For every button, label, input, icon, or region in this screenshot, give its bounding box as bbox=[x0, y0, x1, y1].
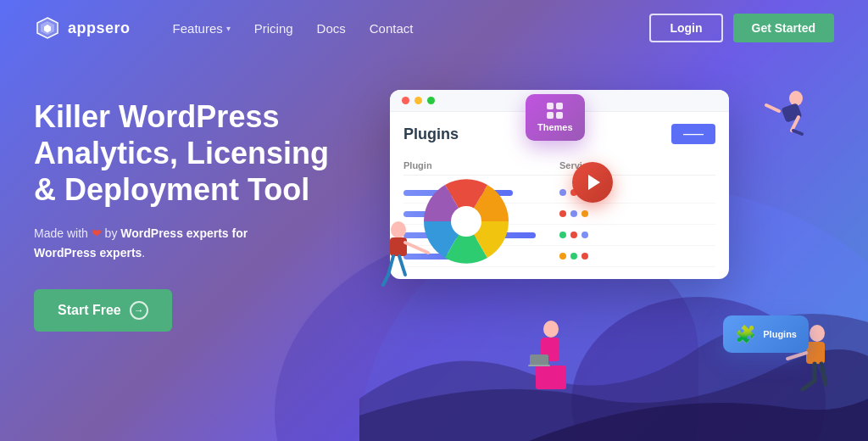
svg-rect-18 bbox=[536, 366, 566, 389]
svg-point-4 bbox=[451, 206, 481, 237]
color-wheel bbox=[420, 175, 513, 268]
svg-line-23 bbox=[787, 353, 806, 359]
logo[interactable]: appsero bbox=[34, 14, 131, 42]
themes-label: Themes bbox=[537, 122, 573, 132]
svg-rect-22 bbox=[806, 342, 825, 364]
svg-line-14 bbox=[383, 275, 388, 285]
svg-line-15 bbox=[399, 256, 405, 275]
nav-buttons: Login Get Started bbox=[649, 14, 834, 42]
svg-point-21 bbox=[810, 325, 825, 342]
service-dot bbox=[559, 253, 566, 260]
svg-point-5 bbox=[789, 91, 803, 106]
hero-title: Killer WordPressAnalytics, Licensing& De… bbox=[34, 98, 356, 209]
nav-links: Features ▾ Pricing Docs Contact bbox=[173, 21, 650, 36]
svg-rect-6 bbox=[782, 103, 803, 123]
svg-rect-19 bbox=[530, 354, 548, 366]
play-icon bbox=[588, 175, 600, 190]
chevron-down-icon: ▾ bbox=[226, 24, 231, 33]
service-dots bbox=[559, 232, 715, 238]
service-dot bbox=[559, 210, 566, 217]
logo-icon bbox=[34, 14, 61, 42]
logo-text: appsero bbox=[68, 20, 131, 37]
hero-subtitle: Made with ❤ by WordPress experts forWord… bbox=[34, 224, 356, 265]
themes-badge: Themes bbox=[526, 94, 585, 141]
login-button[interactable]: Login bbox=[649, 14, 722, 42]
svg-line-26 bbox=[821, 364, 826, 384]
nav-docs[interactable]: Docs bbox=[317, 21, 346, 36]
svg-line-25 bbox=[803, 381, 815, 389]
figure-flying bbox=[749, 81, 817, 141]
card-title: Plugins bbox=[403, 126, 459, 143]
svg-point-10 bbox=[391, 221, 406, 238]
service-dots bbox=[559, 210, 715, 217]
plugins-badge: 🧩 Plugins bbox=[723, 315, 809, 353]
navbar: appsero Features ▾ Pricing Docs Contact … bbox=[0, 0, 868, 56]
service-dot bbox=[570, 232, 577, 238]
nav-pricing[interactable]: Pricing bbox=[254, 21, 293, 36]
service-dots bbox=[559, 253, 715, 260]
arrow-circle-icon: → bbox=[130, 301, 148, 320]
service-dot bbox=[570, 253, 577, 260]
play-button[interactable] bbox=[572, 162, 613, 203]
svg-rect-20 bbox=[528, 365, 550, 366]
hero-illustration: Themes Plugins —— Plugin Services bbox=[356, 81, 834, 421]
dot-yellow bbox=[415, 97, 422, 104]
svg-rect-11 bbox=[390, 237, 407, 256]
hero-left: Killer WordPressAnalytics, Licensing& De… bbox=[34, 81, 356, 332]
svg-line-9 bbox=[793, 131, 802, 134]
puzzle-icon: 🧩 bbox=[735, 324, 756, 344]
service-dot bbox=[581, 232, 588, 238]
dot-green bbox=[427, 97, 435, 104]
col-plugin: Plugin bbox=[403, 160, 559, 170]
hero-section: Killer WordPressAnalytics, Licensing& De… bbox=[0, 56, 868, 421]
nav-features[interactable]: Features ▾ bbox=[173, 21, 231, 36]
svg-line-7 bbox=[766, 105, 779, 111]
service-dot bbox=[581, 253, 588, 260]
svg-point-16 bbox=[543, 321, 559, 338]
themes-grid-icon bbox=[547, 103, 563, 119]
service-dot bbox=[581, 210, 588, 217]
service-dot bbox=[559, 232, 566, 238]
service-dot bbox=[570, 210, 577, 217]
dot-red bbox=[402, 97, 409, 104]
table-header: Plugin Services bbox=[403, 156, 715, 176]
figure-laptop bbox=[526, 319, 576, 404]
card-action-btn[interactable]: —— bbox=[671, 124, 715, 144]
nav-contact[interactable]: Contact bbox=[370, 21, 414, 36]
heart-icon: ❤ bbox=[92, 226, 102, 240]
get-started-button[interactable]: Get Started bbox=[733, 14, 834, 42]
svg-line-13 bbox=[388, 256, 393, 275]
start-free-button[interactable]: Start Free → bbox=[34, 289, 172, 332]
service-dot bbox=[559, 189, 566, 196]
plugins-badge-label: Plugins bbox=[763, 329, 797, 339]
